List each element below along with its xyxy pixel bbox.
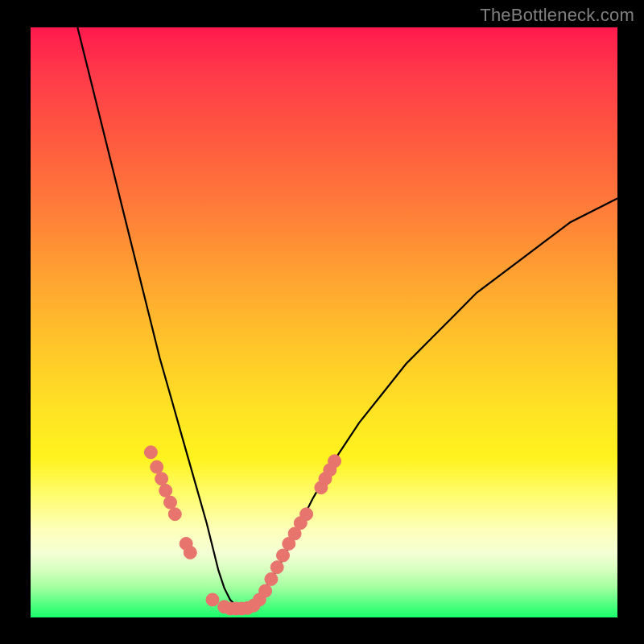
plot-area bbox=[31, 27, 617, 617]
curve-marker bbox=[151, 460, 163, 473]
curve-marker bbox=[328, 455, 341, 468]
curve-marker bbox=[277, 549, 290, 562]
marker-group bbox=[144, 446, 341, 615]
curve-marker bbox=[206, 593, 219, 606]
bottleneck-curve-svg bbox=[31, 27, 617, 617]
watermark-text: TheBottleneck.com bbox=[480, 5, 634, 26]
curve-marker bbox=[259, 584, 272, 597]
curve-path bbox=[77, 27, 617, 605]
curve-marker bbox=[168, 508, 181, 521]
curve-marker bbox=[184, 546, 196, 559]
curve-marker bbox=[265, 572, 278, 585]
curve-marker bbox=[155, 473, 168, 485]
curve-marker bbox=[159, 484, 172, 497]
curve-marker bbox=[164, 496, 177, 509]
chart-frame: TheBottleneck.com bbox=[0, 0, 644, 644]
curve-marker bbox=[270, 561, 283, 574]
curve-marker bbox=[144, 446, 157, 459]
curve-marker bbox=[300, 508, 313, 521]
